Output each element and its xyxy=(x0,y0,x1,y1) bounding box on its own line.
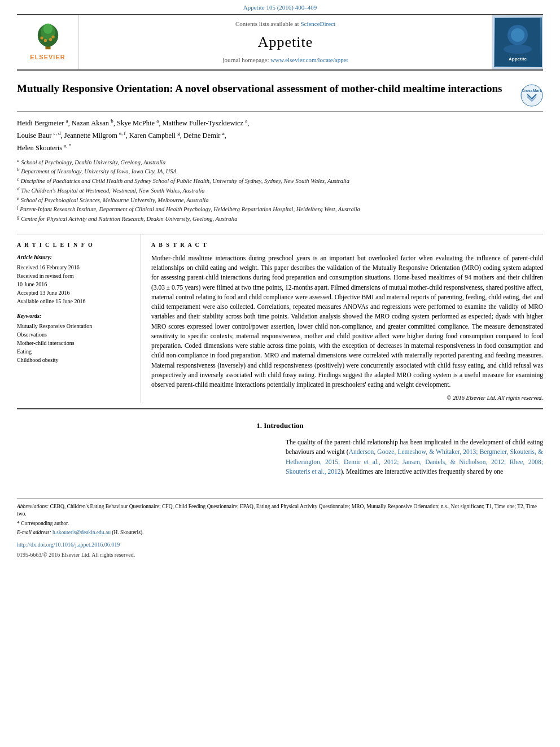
intro-two-col: The quality of the parent-child relation… xyxy=(17,438,543,481)
elsevier-logo-area: ELSEVIER xyxy=(17,15,79,69)
article-title-section: Mutually Responsive Orientation: A novel… xyxy=(17,82,543,112)
journal-header: ELSEVIER Contents lists available at Sci… xyxy=(17,14,543,70)
keyword-2: Observations xyxy=(17,331,130,339)
revised-label: Received in revised form xyxy=(17,272,130,280)
keyword-3: Mother-child interactions xyxy=(17,339,130,347)
abstract-column: A B S T R A C T Mother-child mealtime in… xyxy=(141,234,543,403)
journal-reference-bar: Appetite 105 (2016) 400–409 xyxy=(0,0,560,14)
affiliation-f: f Parent-Infant Research Institute, Depa… xyxy=(17,205,543,214)
affiliation-e: e School of Psychological Sciences, Melb… xyxy=(17,196,543,205)
affiliation-c: c Discipline of Paediatrics and Child He… xyxy=(17,177,543,186)
journal-homepage-line: journal homepage: www.elsevier.com/locat… xyxy=(222,56,348,64)
cover-svg: Appetite xyxy=(495,18,540,66)
abbrev-text: CEBQ, Children's Eating Behaviour Questi… xyxy=(17,504,537,517)
article-info-column: A R T I C L E I N F O Article history: R… xyxy=(17,234,141,403)
accepted-date: Accepted 13 June 2016 xyxy=(17,289,130,297)
corresponding-author-line: * Corresponding author. xyxy=(17,520,543,527)
intro-left-col xyxy=(17,438,274,481)
corresponding-label: * Corresponding author. xyxy=(17,521,69,526)
introduction-section: 1. Introduction The quality of the paren… xyxy=(17,409,543,481)
email-label: E-mail address: xyxy=(17,530,51,535)
authors-line-3: Helen Skouteris a, * xyxy=(17,142,543,154)
keyword-5: Childhood obesity xyxy=(17,356,130,364)
sciencedirect-line: Contents lists available at ScienceDirec… xyxy=(235,20,335,28)
abstract-title: A B S T R A C T xyxy=(151,241,543,249)
available-date: Available online 15 June 2016 xyxy=(17,298,130,305)
svg-point-6 xyxy=(43,39,46,42)
email-person: (H. Skouteris). xyxy=(112,530,143,535)
keyword-4: Eating xyxy=(17,348,130,356)
homepage-url[interactable]: www.elsevier.com/locate/appet xyxy=(270,56,348,63)
revised-date: 10 June 2016 xyxy=(17,281,130,289)
svg-point-4 xyxy=(40,37,43,40)
intro-paragraph-1: The quality of the parent-child relation… xyxy=(286,438,543,477)
affiliation-g: g Centre for Physical Activity and Nutri… xyxy=(17,215,543,224)
svg-point-5 xyxy=(51,36,54,38)
keywords-label: Keywords: xyxy=(17,312,130,320)
journal-cover-image: Appetite xyxy=(492,15,543,69)
ref-anderson-2013[interactable]: Anderson, Gooze, Lemeshow, & Whitaker, 2… xyxy=(286,448,543,475)
intro-title: Introduction xyxy=(264,421,304,430)
issn-line: 0195-6663/© 2016 Elsevier Ltd. All right… xyxy=(17,551,543,559)
article-history-label: Article history: xyxy=(17,254,130,261)
svg-text:CrossMark: CrossMark xyxy=(522,89,542,93)
affiliations-section: a School of Psychology, Deakin Universit… xyxy=(17,158,543,224)
homepage-label: journal homepage: xyxy=(222,56,269,63)
abbreviations-line: Abbreviations: CEBQ, Children's Eating B… xyxy=(17,503,543,518)
svg-point-3 xyxy=(43,24,52,34)
intro-right-col: The quality of the parent-child relation… xyxy=(286,438,543,481)
svg-point-11 xyxy=(504,45,532,54)
intro-number: 1. xyxy=(256,421,262,430)
intro-section-heading: 1. Introduction xyxy=(17,421,543,431)
keyword-1: Mutually Responsive Orientation xyxy=(17,322,130,330)
svg-point-7 xyxy=(49,38,51,41)
authors-line-2: Louise Baur c, d, Jeannette Milgrom e, f… xyxy=(17,130,543,141)
contents-text: Contents lists available at xyxy=(235,20,299,27)
article-content: Mutually Responsive Orientation: A novel… xyxy=(17,71,543,403)
keywords-section: Keywords: Mutually Responsive Orientatio… xyxy=(17,312,130,364)
journal-ref-text: Appetite 105 (2016) 400–409 xyxy=(243,4,317,11)
doi-link[interactable]: http://dx.doi.org/10.1016/j.appet.2016.0… xyxy=(17,541,120,548)
abbrev-label: Abbreviations: xyxy=(17,504,49,509)
authors-line-1: Heidi Bergmeier a, Nazan Aksan b, Skye M… xyxy=(17,117,543,129)
page-container: Appetite 105 (2016) 400–409 ELSEVIER Co xyxy=(0,0,560,747)
affiliation-b: b Department of Neurology, University of… xyxy=(17,167,543,176)
article-title: Mutually Responsive Orientation: A novel… xyxy=(17,82,520,96)
copyright-line: © 2016 Elsevier Ltd. All rights reserved… xyxy=(151,394,543,403)
sciencedirect-link[interactable]: ScienceDirect xyxy=(300,20,335,27)
journal-name: Appetite xyxy=(258,32,313,53)
elsevier-label: ELSEVIER xyxy=(30,53,65,62)
elsevier-tree-icon xyxy=(31,23,65,51)
two-column-section: A R T I C L E I N F O Article history: R… xyxy=(17,234,543,403)
received-date: Received 16 February 2016 xyxy=(17,264,130,272)
authors-section: Heidi Bergmeier a, Nazan Aksan b, Skye M… xyxy=(17,117,543,154)
affiliation-a: a School of Psychology, Deakin Universit… xyxy=(17,158,543,167)
email-line: E-mail address: h.skouteris@deakin.edu.a… xyxy=(17,529,543,536)
doi-line: http://dx.doi.org/10.1016/j.appet.2016.0… xyxy=(17,541,543,549)
svg-point-10 xyxy=(511,28,524,42)
email-address[interactable]: h.skouteris@deakin.edu.au xyxy=(53,530,111,535)
journal-center: Contents lists available at ScienceDirec… xyxy=(79,15,492,69)
abstract-text: Mother-child mealtime interactions durin… xyxy=(151,254,543,390)
footnotes-area: Abbreviations: CEBQ, Children's Eating B… xyxy=(17,498,543,536)
svg-text:Appetite: Appetite xyxy=(509,56,527,62)
crossmark-badge: CrossMark xyxy=(520,84,543,107)
svg-point-13 xyxy=(521,85,542,106)
affiliation-d: d The Children's Hospital at Westmead, W… xyxy=(17,186,543,195)
cover-placeholder: Appetite xyxy=(494,18,542,67)
article-info-title: A R T I C L E I N F O xyxy=(17,241,130,249)
